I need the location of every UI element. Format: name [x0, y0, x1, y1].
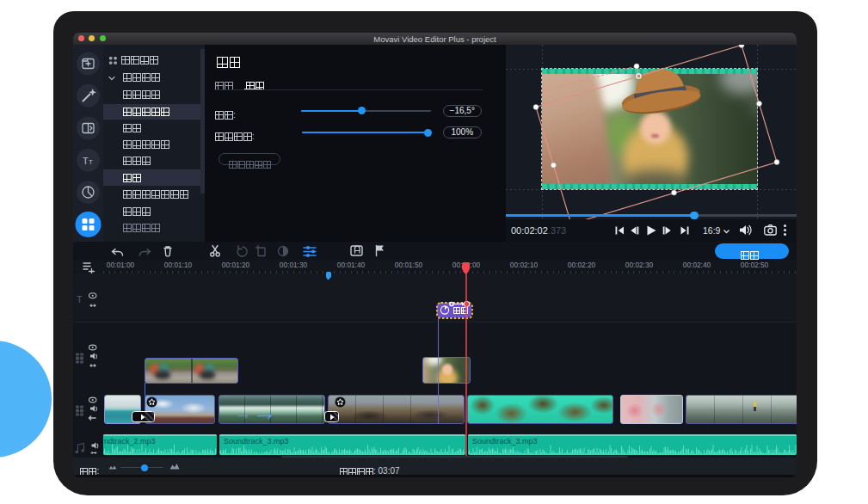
svg-text:T: T	[89, 158, 93, 166]
svg-text:00:01:40: 00:01:40	[337, 261, 366, 269]
svg-text:00:02:30: 00:02:30	[625, 261, 654, 269]
svg-text:00:02:20: 00:02:20	[568, 261, 596, 269]
svg-text:T: T	[77, 294, 83, 304]
svg-text:00:01:00: 00:01:00	[107, 261, 135, 269]
svg-text:00:02:50: 00:02:50	[741, 261, 769, 269]
svg-text:00:02:40: 00:02:40	[683, 261, 711, 269]
svg-text:00:02:10: 00:02:10	[510, 261, 539, 269]
svg-text:00:01:50: 00:01:50	[395, 261, 423, 269]
svg-text:00:01:20: 00:01:20	[222, 261, 250, 269]
svg-text:00:01:10: 00:01:10	[164, 261, 193, 269]
svg-text:T: T	[83, 156, 89, 166]
svg-text:00:01:30: 00:01:30	[280, 261, 308, 269]
